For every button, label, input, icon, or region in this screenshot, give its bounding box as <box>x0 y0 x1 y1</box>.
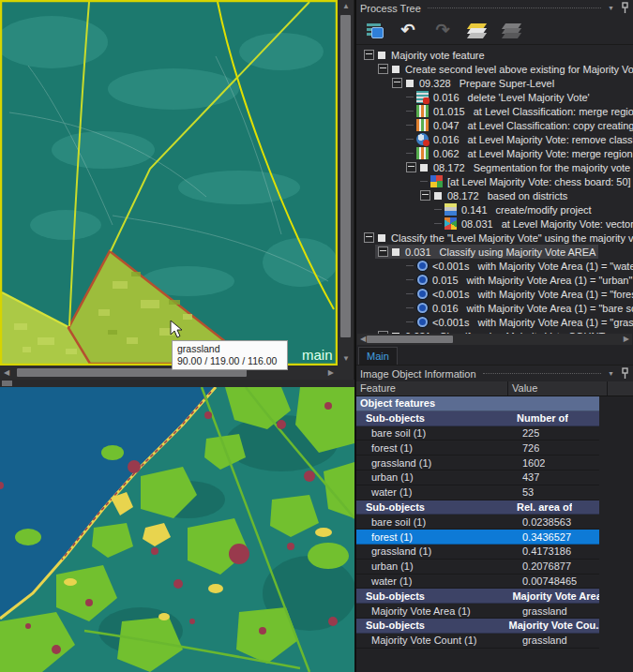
scroll-down-icon[interactable]: ▼ <box>342 355 350 363</box>
undo-icon[interactable]: ↶ <box>397 20 419 40</box>
process-tree-row[interactable]: 0.031Classify using Majority Vote AREA <box>356 245 633 259</box>
process-tree-title: Process Tree <box>360 3 421 14</box>
feature-cell: urban (1) <box>356 560 519 572</box>
expand-collapse-icon[interactable] <box>364 232 374 243</box>
value-cell: 437 <box>519 471 539 483</box>
tree-scroll-thumb[interactable] <box>367 336 453 343</box>
process-tree-row[interactable]: [at Level Majority Vote: chess board: 50… <box>356 174 633 188</box>
process-tree-row[interactable]: 08.172Segmentation for the majority vote… <box>356 160 633 174</box>
classified-vector-map <box>0 0 338 366</box>
scroll-right-icon[interactable]: ▶ <box>328 369 334 377</box>
process-tree-row[interactable]: 0.016delete 'Level Majority Vote' <box>356 90 633 104</box>
map-view-raster[interactable] <box>0 380 354 672</box>
execute-stack-icon[interactable] <box>466 20 489 40</box>
info-row[interactable]: forest (1)726 <box>356 441 599 455</box>
process-tree-row[interactable]: 09.328Prepare Super-Level <box>356 76 633 90</box>
process-tree-row[interactable]: 08.031at Level Majority Vote: vector- <box>356 217 633 231</box>
process-active-checkbox[interactable] <box>392 66 399 73</box>
map-view-main[interactable]: main <box>0 0 338 366</box>
process-label: based on districts <box>488 190 568 202</box>
process-tree-row[interactable]: <0.001swith Majority Vote Area (1) = "fo… <box>356 287 633 301</box>
map-view-name-label: main <box>302 347 333 363</box>
process-tree-row[interactable]: 0.047at Level Classification: copy creat… <box>356 118 633 132</box>
view-splitter[interactable] <box>0 380 354 387</box>
expand-collapse-icon[interactable] <box>406 162 416 172</box>
delete-icon <box>416 91 429 103</box>
image-object-info-titlebar[interactable]: Image Object Information ▼ <box>356 366 633 381</box>
process-tree-row[interactable]: Create second level above existing for M… <box>356 62 633 76</box>
expand-collapse-icon[interactable] <box>378 246 388 257</box>
process-tree-row[interactable]: 08.172based on districts <box>356 188 633 202</box>
process-time: 08.172 <box>447 190 479 202</box>
info-row[interactable]: forest (1)0.3436527 <box>356 530 599 545</box>
expand-collapse-icon[interactable] <box>378 64 388 74</box>
chevron-down-icon[interactable]: ▼ <box>608 5 614 11</box>
info-row[interactable]: Object features <box>356 396 599 411</box>
info-row[interactable]: Sub-objectsMajority Vote Cou... <box>356 619 599 634</box>
feature-cell: grassland (1) <box>356 545 519 557</box>
info-row[interactable]: bare soil (1)0.0238563 <box>356 515 599 530</box>
pin-icon[interactable] <box>621 367 629 380</box>
process-tree-row[interactable]: 0.062at Level Majority Vote: merge regio… <box>356 146 633 160</box>
info-row[interactable]: Majority Vote Area (1)grassland <box>356 604 599 619</box>
column-value[interactable]: Value <box>508 381 608 396</box>
value-cell: Majority Vote Cou... <box>505 620 599 631</box>
pin-icon[interactable] <box>621 2 629 14</box>
process-tree-row[interactable]: 0.016at Level Majority Vote: remove clas… <box>356 132 633 146</box>
process-active-checkbox[interactable] <box>434 192 442 200</box>
titlebar-drag-area[interactable] <box>483 373 602 374</box>
tooltip-class-name: grassland <box>177 343 282 355</box>
info-row[interactable]: grassland (1)0.4173186 <box>356 545 599 560</box>
feature-cell: water (1) <box>356 486 519 498</box>
expand-collapse-icon[interactable] <box>364 50 374 60</box>
process-tree-row[interactable]: <0.001swith Majority Vote Area (1) = "gr… <box>356 315 633 329</box>
info-row[interactable]: water (1)0.00748465 <box>356 575 599 590</box>
process-tree-row[interactable]: Majority vote feature <box>356 48 633 62</box>
info-row[interactable]: Sub-objectsMajority Vote Area <box>356 589 599 604</box>
splitter-handle[interactable] <box>2 381 12 386</box>
process-tree-titlebar[interactable]: Process Tree ▼ <box>356 0 633 16</box>
info-row[interactable]: urban (1)0.2076877 <box>356 560 599 575</box>
info-row[interactable]: urban (1)437 <box>356 470 599 485</box>
expand-collapse-icon[interactable] <box>392 78 402 88</box>
tab-main[interactable]: Main <box>358 347 398 365</box>
process-tree-lock-icon[interactable] <box>362 20 384 40</box>
info-row[interactable]: grassland (1)1602 <box>356 455 599 470</box>
process-time: 08.031 <box>461 218 493 230</box>
scroll-left-icon[interactable]: ◀ <box>4 369 9 377</box>
expand-collapse-icon[interactable] <box>420 190 430 201</box>
process-time: 0.015 <box>432 275 459 286</box>
process-active-checkbox[interactable] <box>392 248 399 256</box>
process-active-checkbox[interactable] <box>378 234 385 242</box>
column-feature[interactable]: Feature <box>356 381 508 396</box>
vertical-scrollbar[interactable]: ▲ ▼ <box>338 0 354 366</box>
info-row[interactable]: Majority Vote Count (1)grassland <box>356 634 599 649</box>
feature-cell: Majority Vote Count (1) <box>356 635 519 646</box>
process-tree-row[interactable]: 0.141create/modify project <box>356 202 633 217</box>
process-label: Create second level above existing for M… <box>405 64 633 75</box>
info-row[interactable]: Sub-objectsNumber of <box>356 411 599 426</box>
vertical-scroll-thumb[interactable] <box>340 15 351 337</box>
info-row[interactable]: Sub-objectsRel. area of <box>356 500 599 515</box>
process-label: Classify the "Level Majority Vote" using… <box>391 232 633 244</box>
scroll-right-icon[interactable]: ▶ <box>624 336 629 343</box>
info-row[interactable]: bare soil (1)225 <box>356 426 599 441</box>
process-active-checkbox[interactable] <box>378 52 385 59</box>
table-header[interactable]: Feature Value <box>356 381 633 396</box>
process-tree-row[interactable]: 0.016with Majority Vote Area (1) = "bare… <box>356 301 633 315</box>
value-cell: 1602 <box>519 457 545 469</box>
scroll-up-icon[interactable]: ▲ <box>342 3 350 10</box>
scroll-left-icon[interactable]: ◀ <box>360 336 366 343</box>
info-row[interactable]: water (1)53 <box>356 485 599 500</box>
titlebar-drag-area[interactable] <box>428 7 601 8</box>
chevron-down-icon[interactable]: ▼ <box>608 370 614 377</box>
process-tree-row[interactable]: 0.015with Majority Vote Area (1) = "urba… <box>356 273 633 287</box>
process-tree-row[interactable]: 01.015at Level Classification: merge reg… <box>356 104 633 118</box>
process-tree-row[interactable]: Classify the "Level Majority Vote" using… <box>356 231 633 245</box>
process-active-checkbox[interactable] <box>406 80 414 87</box>
merge-icon <box>416 147 429 159</box>
tree-horizontal-scrollbar[interactable]: ◀ ▶ <box>357 334 632 345</box>
value-cell: 53 <box>519 486 534 498</box>
process-tree-row[interactable]: <0.001swith Majority Vote Area (1) = "wa… <box>356 259 633 273</box>
process-active-checkbox[interactable] <box>420 164 428 172</box>
